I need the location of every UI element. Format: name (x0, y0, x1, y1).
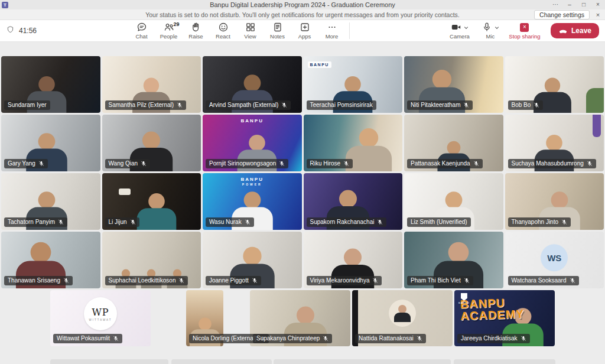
scene-accent (586, 88, 604, 113)
mic-off-icon (113, 336, 119, 342)
participant-name-pill: Thanyapohn Jinto (508, 217, 571, 227)
participant-tile[interactable]: Riku Hirose (304, 115, 403, 171)
close-button[interactable]: × (591, 0, 605, 9)
toolbar-people-button[interactable]: People29 (155, 20, 183, 41)
banner-close-icon[interactable]: × (593, 11, 603, 18)
mic-off-icon (130, 219, 136, 225)
participant-tile[interactable]: BANPU Teerachai Pomsinsirirak (304, 56, 403, 113)
silhouette-head (243, 74, 261, 92)
participant-name-pill: Pattanasak Kaenjunda (407, 159, 483, 168)
change-settings-button[interactable]: Change settings (534, 10, 590, 20)
silhouette-head (249, 135, 265, 151)
chevron-down-icon[interactable] (495, 22, 499, 32)
participant-tile[interactable]: Gary Yang (1, 115, 100, 171)
toolbar-raise-label: Raise (188, 33, 203, 40)
initials-avatar: WS (541, 244, 568, 271)
participant-name: Pattanasak Kaenjunda (411, 160, 470, 167)
participant-tile[interactable]: Wang Qian (102, 115, 201, 171)
banpu-shield-logo: BANPU (458, 293, 470, 304)
participant-tile[interactable]: Thanyapohn Jinto (505, 173, 604, 230)
participant-name-pill: Pham Thi Bich Viet (407, 276, 473, 285)
participant-name-pill: Jareeya Chirdkiatisak (457, 334, 530, 343)
participant-tile[interactable]: Arvind Sampath (External) (203, 56, 302, 113)
participant-name-pill: Bob Bo (508, 100, 544, 110)
participant-tile[interactable]: BANPUPOWER Wasu Nurak (203, 173, 302, 230)
silhouette-head (297, 307, 314, 324)
participant-name: Samantha Pilz (External) (109, 102, 174, 108)
titlebar-more-button[interactable]: ··· (548, 0, 562, 9)
participant-name: Joanne Piggott (209, 277, 249, 284)
logo-avatar: WPWITTAWAT (84, 297, 117, 330)
participant-tile[interactable]: Tachatorn Panyim (1, 173, 100, 230)
mic-off-icon (323, 336, 328, 342)
minimize-button[interactable]: – (562, 0, 577, 9)
maximize-button[interactable]: □ (577, 0, 591, 9)
participant-tile[interactable]: Nicola Dorling (External) (186, 290, 223, 346)
toolbar-apps-button[interactable]: Apps (291, 20, 318, 41)
toolbar-divider (349, 22, 350, 39)
participant-tile[interactable]: WS Watchara Sooksaard (505, 232, 604, 288)
silhouette-torso (346, 146, 392, 171)
participant-tile[interactable]: Viriya Mekaroonvidhya (304, 232, 403, 288)
participant-tile[interactable]: BANPUACADEMYBANPU Jareeya Chirdkiatisak (454, 290, 555, 346)
participant-tile[interactable]: Supakorn Rakchanachai (304, 173, 403, 230)
toolbar-mic-button[interactable]: Mic (475, 20, 506, 41)
participant-tile[interactable]: Supakanya Chinprateep (250, 290, 350, 346)
banpu-wall-logo: BANPU (308, 61, 331, 68)
silhouette-head (31, 242, 51, 263)
mic-off-icon (177, 102, 183, 108)
offscreen-tile-peek (454, 359, 555, 364)
participant-tile[interactable]: Bob Bo (505, 56, 604, 113)
participant-tile[interactable]: Suchaya Mahasubdumrong (505, 115, 604, 171)
toolbar-raise-button[interactable]: Raise (183, 20, 210, 41)
toolbar-chat-button[interactable]: Chat (128, 20, 155, 41)
participant-name: Tachatorn Panyim (8, 219, 55, 225)
toolbar-more-button[interactable]: More (318, 20, 346, 41)
participant-tile[interactable]: Sundaram Iyer (1, 56, 100, 113)
participant-tile[interactable]: Thanawan Srisaeng (1, 232, 100, 288)
participant-name-pill: Joanne Piggott (206, 276, 261, 285)
stop-sharing-icon: × (520, 23, 529, 32)
participant-name: Gary Yang (8, 160, 35, 167)
silhouette-head (243, 247, 261, 265)
participant-tile[interactable]: Nattida Rattanakosai (352, 290, 453, 346)
participant-tile[interactable]: Pattanasak Kaenjunda (404, 115, 503, 171)
participant-tile[interactable]: WPWITTAWAT Wittawat Pokasumlit (50, 290, 151, 346)
participant-tile[interactable]: Li Jijun (102, 173, 201, 230)
toolbar-camera-button[interactable]: Camera (444, 20, 475, 41)
participant-tile[interactable]: Samantha Pilz (External) (102, 56, 201, 113)
offscreen-tile-peek (274, 359, 451, 364)
mic-off-icon (587, 161, 593, 167)
participant-tile[interactable]: Pham Thi Bich Viet (404, 232, 503, 288)
offscreen-tile-peek (50, 359, 168, 364)
photo-avatar (389, 300, 416, 327)
participant-name-pill: Wang Qian (105, 159, 151, 168)
toolbar-view-button[interactable]: View (237, 20, 264, 41)
participant-name-pill: Suchaya Mahasubdumrong (508, 159, 596, 168)
scene-accent (593, 115, 601, 137)
participant-name: Viriya Mekaroonvidhya (310, 277, 370, 284)
people-count-badge: 29 (173, 21, 179, 27)
participant-name-pill: Thanawan Srisaeng (4, 276, 73, 285)
chevron-down-icon[interactable] (464, 22, 469, 32)
toolbar-react-button[interactable]: React (210, 20, 237, 41)
silhouette-head (243, 191, 261, 209)
view-icon (245, 22, 256, 32)
toolbar-notes-button[interactable]: Notes (264, 20, 291, 41)
participant-tile[interactable]: Joanne Piggott (203, 232, 302, 288)
participant-name-pill: Teerachai Pomsinsirirak (307, 100, 376, 110)
leave-button[interactable]: Leave (551, 23, 599, 38)
participant-name-pill: Nattida Rattanakosai (355, 334, 426, 343)
participant-name-pill: Supakanya Chinprateep (253, 334, 332, 343)
participant-tile[interactable]: Suphachai Loedkittikoson (102, 232, 201, 288)
toolbar-apps-label: Apps (298, 33, 311, 40)
participant-tile[interactable]: Liz Smith (Unverified) (404, 173, 503, 230)
toolbar-stop-sharing-button[interactable]: ×Stop sharing (506, 20, 544, 41)
participant-tile[interactable]: BANPU Pornjit Sirinopwongsagon (203, 115, 302, 171)
silhouette-head (38, 76, 55, 93)
participant-name-pill: Niti Pitakteeratham (407, 100, 473, 110)
toolbar-stop-sharing-label: Stop sharing (509, 33, 540, 40)
participant-name-pill: Sundaram Iyer (4, 100, 50, 110)
participant-tile[interactable]: Niti Pitakteeratham (404, 56, 503, 113)
participant-name-pill: Suphachai Loedkittikoson (105, 276, 188, 285)
